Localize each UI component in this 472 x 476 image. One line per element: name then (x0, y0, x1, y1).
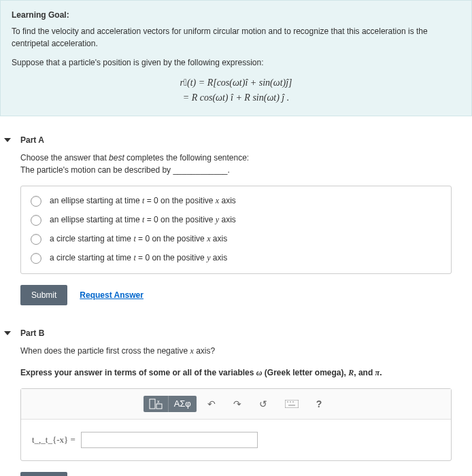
keyboard-svg-icon (285, 400, 299, 408)
learning-goal-box: Learning Goal: To find the velocity and … (0, 0, 472, 116)
equation-toolbar: x ΑΣφ ↶ ↷ ↺ ? (21, 389, 451, 420)
submit-button[interactable]: Submit (20, 285, 67, 305)
svg-text:x: x (157, 399, 160, 404)
option-2[interactable]: an ellipse starting at time t = 0 on the… (31, 215, 441, 226)
radio-icon[interactable] (31, 253, 41, 264)
radio-icon[interactable] (31, 196, 41, 207)
svg-rect-3 (285, 400, 299, 408)
part-b-prompt: When does the particle first cross the n… (20, 345, 452, 357)
option-1[interactable]: an ellipse starting at time t = 0 on the… (31, 196, 441, 207)
answer-input[interactable] (81, 432, 258, 448)
goal-description: To find the velocity and acceleration ve… (12, 25, 460, 50)
option-3-text: a circle starting at time t = 0 on the p… (50, 234, 227, 244)
position-formula: r⃗(t) = R[cos(ωt)î + sin(ωt)ĵ] = R cos(ω… (12, 75, 460, 106)
option-1-text: an ellipse starting at time t = 0 on the… (50, 196, 236, 206)
keyboard-icon[interactable] (278, 397, 305, 411)
svg-rect-2 (156, 404, 162, 409)
redo-icon[interactable]: ↷ (226, 396, 248, 412)
template-icon: x (149, 398, 163, 409)
option-3[interactable]: a circle starting at time t = 0 on the p… (31, 234, 441, 245)
options-container: an ellipse starting at time t = 0 on the… (20, 186, 452, 274)
answer-box: x ΑΣφ ↶ ↷ ↺ ? t_,_t_{-x} = (20, 388, 452, 461)
svg-rect-0 (150, 399, 155, 409)
tool-group: x ΑΣφ (144, 396, 197, 412)
option-4[interactable]: a circle starting at time t = 0 on the p… (31, 253, 441, 264)
goal-title: Learning Goal: (12, 10, 460, 20)
radio-icon[interactable] (31, 215, 41, 226)
greek-tool-button[interactable]: ΑΣφ (169, 396, 197, 412)
collapse-caret-icon (4, 138, 11, 142)
part-a-actions: Submit Request Answer (20, 285, 452, 305)
part-b-header[interactable]: Part B (0, 322, 472, 345)
request-answer-link[interactable]: Request Answer (80, 290, 144, 300)
option-4-text: a circle starting at time t = 0 on the p… (50, 253, 227, 263)
reset-icon[interactable]: ↺ (252, 396, 274, 412)
part-b-title: Part B (20, 328, 44, 338)
part-a-prompt: Choose the answer that best completes th… (20, 152, 452, 176)
answer-label: t_,_t_{-x} = (32, 435, 75, 445)
part-b-actions: Submit Request Answer (20, 472, 452, 476)
radio-icon[interactable] (31, 234, 41, 245)
template-tool-button[interactable]: x (144, 396, 169, 412)
undo-icon[interactable]: ↶ (201, 396, 222, 412)
part-a-header[interactable]: Part A (0, 129, 472, 152)
part-a-body: Choose the answer that best completes th… (0, 152, 472, 322)
collapse-caret-icon (4, 331, 11, 335)
part-a-title: Part A (20, 135, 44, 145)
help-icon[interactable]: ? (309, 396, 329, 412)
option-2-text: an ellipse starting at time t = 0 on the… (50, 215, 236, 225)
answer-input-row: t_,_t_{-x} = (21, 420, 451, 460)
part-b-instruction: Express your answer in terms of some or … (20, 367, 452, 379)
part-b-body: When does the particle first cross the n… (0, 345, 472, 476)
submit-button[interactable]: Submit (20, 472, 67, 476)
goal-suppose: Suppose that a particle's position is gi… (12, 56, 460, 69)
